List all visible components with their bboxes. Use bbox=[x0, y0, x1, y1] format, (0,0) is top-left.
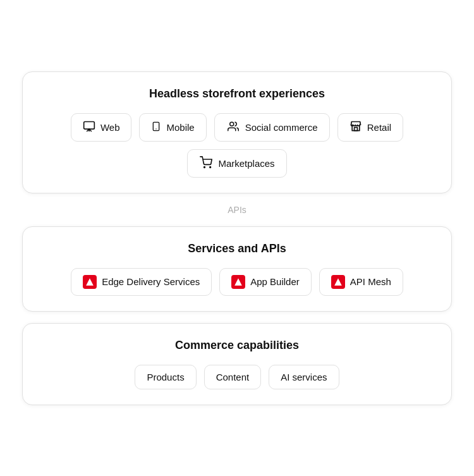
chip-mobile: Mobile bbox=[139, 113, 206, 142]
chip-marketplaces: Marketplaces bbox=[187, 149, 286, 178]
chip-app-builder-label: App Builder bbox=[250, 276, 300, 287]
chip-ai-services: AI services bbox=[269, 365, 339, 389]
adobe-icon-edge bbox=[83, 275, 97, 289]
headless-title: Headless storefront experiences bbox=[40, 87, 434, 101]
services-chips-row: Edge Delivery Services App Builder API M… bbox=[40, 268, 434, 296]
cart-icon bbox=[199, 156, 213, 171]
chip-web: Web bbox=[71, 113, 132, 142]
chip-retail: Retail bbox=[337, 113, 403, 142]
chip-api-mesh-label: API Mesh bbox=[350, 276, 391, 287]
svg-marker-10 bbox=[334, 278, 342, 286]
svg-point-4 bbox=[229, 122, 233, 126]
services-title: Services and APIs bbox=[40, 242, 434, 255]
svg-point-7 bbox=[210, 166, 211, 168]
chip-ai-services-label: AI services bbox=[281, 372, 327, 382]
headless-section: Headless storefront experiences Web Mobi… bbox=[22, 71, 452, 193]
chip-app-builder: App Builder bbox=[219, 268, 312, 296]
svg-rect-2 bbox=[154, 122, 159, 130]
headless-chips-row: Web Mobile Social commerce bbox=[40, 113, 434, 178]
chip-products: Products bbox=[135, 365, 196, 389]
users-icon bbox=[226, 121, 240, 134]
commerce-section: Commerce capabilities Products Content A… bbox=[22, 323, 452, 405]
services-section: Services and APIs Edge Delivery Services… bbox=[22, 226, 452, 312]
apis-label: APIs bbox=[228, 205, 246, 215]
svg-marker-8 bbox=[86, 278, 94, 286]
chip-retail-label: Retail bbox=[367, 122, 391, 133]
adobe-icon-app-builder bbox=[231, 275, 245, 289]
chip-content: Content bbox=[204, 365, 262, 389]
svg-rect-0 bbox=[84, 121, 95, 129]
svg-rect-5 bbox=[354, 127, 357, 130]
chip-marketplaces-label: Marketplaces bbox=[218, 158, 274, 169]
mobile-icon bbox=[151, 120, 161, 135]
shop-icon bbox=[349, 120, 362, 135]
svg-marker-9 bbox=[234, 278, 242, 286]
monitor-icon bbox=[83, 120, 95, 135]
svg-point-6 bbox=[204, 166, 205, 168]
chip-social-commerce: Social commerce bbox=[214, 113, 330, 142]
chip-api-mesh: API Mesh bbox=[319, 268, 403, 296]
chip-edge-delivery-label: Edge Delivery Services bbox=[102, 276, 200, 287]
commerce-chips-row: Products Content AI services bbox=[40, 365, 434, 389]
chip-mobile-label: Mobile bbox=[166, 122, 194, 133]
chip-edge-delivery: Edge Delivery Services bbox=[71, 268, 212, 296]
chip-content-label: Content bbox=[216, 372, 250, 382]
chip-web-label: Web bbox=[100, 122, 120, 133]
chip-products-label: Products bbox=[147, 372, 184, 382]
chip-social-commerce-label: Social commerce bbox=[245, 122, 318, 133]
adobe-icon-api-mesh bbox=[331, 275, 345, 289]
commerce-title: Commerce capabilities bbox=[40, 339, 434, 352]
